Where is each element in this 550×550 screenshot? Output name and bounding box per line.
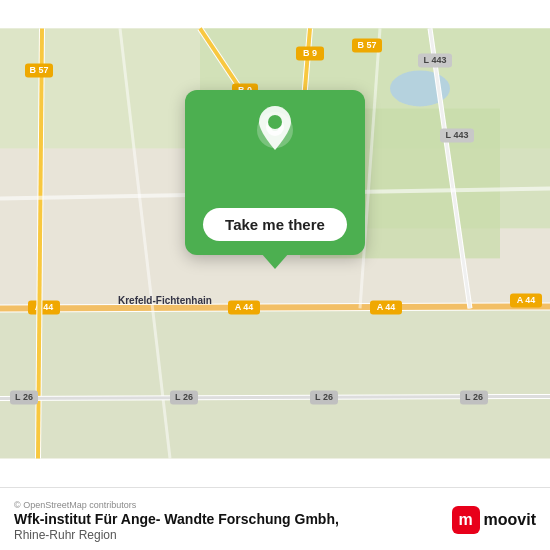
svg-text:L 443: L 443 [424, 55, 447, 65]
moovit-logo: m moovit [452, 506, 536, 534]
svg-text:L 26: L 26 [465, 392, 483, 402]
bottom-left: © OpenStreetMap contributors Wfk-institu… [14, 498, 442, 542]
take-me-there-button[interactable]: Take me there [203, 208, 347, 241]
svg-text:A 44: A 44 [235, 302, 254, 312]
svg-text:B 9: B 9 [303, 48, 317, 58]
map-container: A 44 A 44 A 44 A 44 B 57 B 9 B 0 [0, 0, 550, 487]
svg-text:L 443: L 443 [446, 130, 469, 140]
svg-text:B 57: B 57 [357, 40, 376, 50]
svg-text:A 44: A 44 [517, 295, 536, 305]
svg-text:Krefeld-Fichtenhain: Krefeld-Fichtenhain [118, 295, 212, 306]
svg-text:L 26: L 26 [175, 392, 193, 402]
bottom-panel: © OpenStreetMap contributors Wfk-institu… [0, 487, 550, 550]
attribution-text: © OpenStreetMap contributors [14, 500, 442, 510]
location-popup: Take me there [185, 90, 365, 255]
svg-text:L 26: L 26 [15, 392, 33, 402]
svg-point-53 [268, 115, 282, 129]
pin-svg [253, 104, 297, 154]
svg-text:B 57: B 57 [29, 65, 48, 75]
svg-text:A 44: A 44 [377, 302, 396, 312]
moovit-text: moovit [484, 511, 536, 529]
location-region: Rhine-Ruhr Region [14, 528, 442, 542]
svg-rect-4 [0, 308, 550, 458]
moovit-m-icon: m [452, 506, 480, 534]
svg-text:L 26: L 26 [315, 392, 333, 402]
app: A 44 A 44 A 44 A 44 B 57 B 9 B 0 [0, 0, 550, 550]
location-name: Wfk-institut Für Ange- Wandte Forschung … [14, 510, 442, 528]
